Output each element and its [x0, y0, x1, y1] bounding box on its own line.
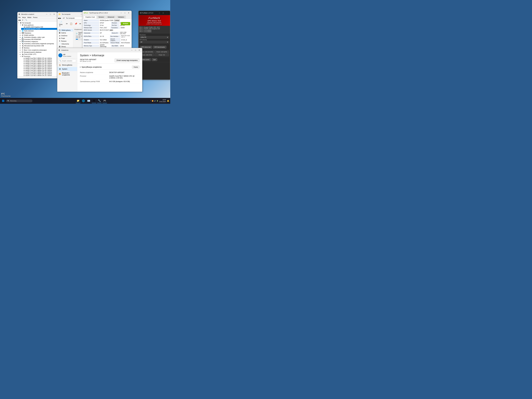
tree-cpu-1[interactable]: ⚙ Intel(R) Core(TM) i7-8850H CPU @ 2.60G… — [21, 59, 57, 61]
tree-storage[interactable]: ▶ 💾 Kontrolery magazynu — [19, 40, 57, 43]
tree-mouse[interactable]: ▶ 🖱 Mysz i inne urządzenia wskazujące — [19, 49, 57, 51]
tab-sensors[interactable]: Sensors — [97, 16, 106, 19]
tree-quadro-p1000[interactable]: 🖥 NVIDIA Quadro P1000 — [21, 28, 57, 30]
cut-icon[interactable]: ✂ — [65, 22, 68, 25]
sysinfo-close[interactable]: ✕ — [137, 49, 141, 51]
menu-file[interactable]: Plik — [18, 17, 21, 18]
furmark-aa-control[interactable]: Off ▼ — [139, 41, 169, 43]
tree-keyboards[interactable]: ▶ ⌨ Klawiatury — [19, 32, 57, 34]
tree-display-adapters[interactable]: ▼ 🖥 Karty graficzne — [19, 24, 57, 26]
taskbar-app-settings[interactable]: 🔧 — [97, 98, 102, 103]
taskbar-time-date[interactable]: 10:59 23.02.2024 — [159, 99, 166, 103]
tab-validation[interactable]: Validation — [116, 16, 126, 19]
preset-720[interactable]: Preset: 720 — [155, 54, 169, 56]
minimize-button[interactable]: ─ — [45, 13, 49, 16]
sidebar-downloads[interactable]: ⬇ Pobrane — [57, 40, 73, 42]
tray-sound-icon[interactable]: 🔊 — [154, 100, 156, 101]
sidebar-onedrive[interactable]: ☁ OneDrive — [57, 34, 73, 37]
tree-item-computer[interactable]: ▼ 🖥 Ten komputer — [17, 22, 57, 24]
tree-usb[interactable]: ▶ 🔌 Kontrolery uniwersalnej magistrali s… — [19, 43, 57, 45]
properties-icon[interactable]: 🔧 — [25, 19, 27, 21]
sidebar-home[interactable]: 🏠 Widok główny — [57, 29, 73, 32]
refresh-icon[interactable]: ↺ — [63, 17, 64, 19]
tray-wifi-icon[interactable]: 📶 — [152, 100, 153, 101]
tree-processors[interactable]: ▼ ⚙ Procesory — [19, 55, 57, 57]
tab-graphics-card[interactable]: Graphics Card — [84, 16, 96, 19]
gpuz-close[interactable]: ✕ — [127, 12, 130, 14]
tree-cpu-8[interactable]: ⚙ Intel(R) Core(TM) i7-8850H CPU @ 2.60G… — [21, 71, 57, 73]
tree-network[interactable]: ▶ 🌐 Karty sieciowe — [19, 30, 57, 32]
tree-ports[interactable]: ▶ 🔌 Porty (COM i LPT) — [19, 53, 57, 55]
close-button[interactable]: ✕ — [52, 13, 56, 16]
preset-qhd[interactable]: Preset: 1440 (QHD) — [155, 51, 169, 53]
settings-nav-bluetooth[interactable]: 📶 Bluetooth i urządzenia — [57, 71, 77, 77]
tree-print-queues[interactable]: ▶ 🖨 Kolejki wydruku — [19, 34, 57, 36]
up-icon[interactable]: ↑ — [62, 17, 63, 19]
tray-chevron-icon[interactable]: ^ — [150, 100, 151, 101]
tree-ide[interactable]: ▶ 💾 Kontrolery IDE ATA/ATAPI — [19, 38, 57, 40]
maximize-button[interactable]: □ — [49, 13, 52, 16]
taskbar-search[interactable]: 🔍 Wyszukaj — [6, 100, 32, 102]
settings-nav-home[interactable]: 🏠 Strona główna — [57, 63, 77, 67]
tab-advanced[interactable]: Advanced — [106, 16, 116, 19]
tree-firmware[interactable]: ▶ ⚙ Oprogramowanie układowe — [19, 51, 57, 53]
quit-button[interactable]: Quit — [152, 58, 157, 61]
back-icon[interactable]: ◀ — [18, 19, 19, 21]
copy-icon[interactable]: 📋 — [69, 22, 73, 25]
taskbar-app-devmgr[interactable]: ⚙ — [92, 98, 96, 103]
notification-icon[interactable]: 🔔 — [167, 100, 169, 102]
tree-cpu-2[interactable]: ⚙ Intel(R) Core(TM) i7-8850H CPU @ 2.60G… — [21, 61, 57, 63]
new-icon: 📄 — [60, 21, 62, 23]
tree-cpu-10[interactable]: ⚙ Intel(R) Core(TM) i7-8850H CPU @ 2.60G… — [21, 75, 57, 76]
taskbar-app-edge[interactable]: 🌐 — [81, 98, 86, 103]
sidebar-documents[interactable]: 📄 Dokumenty — [57, 42, 73, 45]
taskbar-app-explorer[interactable]: 📁 — [76, 98, 81, 103]
furmark-minimize[interactable]: ─ — [158, 12, 161, 14]
tree-cpu-9[interactable]: ⚙ Intel(R) Core(TM) i7-8850H CPU @ 2.60G… — [21, 73, 57, 75]
furmark-benchmark-button[interactable]: GPU benchmarks — [153, 46, 166, 49]
new-button[interactable]: 📄 Nowy ▼ — [58, 20, 63, 27]
furmark-close[interactable]: ✕ — [165, 12, 169, 14]
rename-computer-button[interactable]: Zmień nazwę tego komputera — [114, 58, 139, 62]
sidebar-images[interactable]: 🖼 Obrazy — [57, 45, 73, 48]
tree-cpu-7[interactable]: ⚙ Intel(R) Core(TM) i7-8850H CPU @ 2.60G… — [21, 70, 57, 71]
show-desktop-button[interactable] — [169, 92, 170, 98]
tree-cpu-4[interactable]: ⚙ Intel(R) Core(TM) i7-8850H CPU @ 2.60G… — [21, 64, 57, 66]
tree-usb-mgr[interactable]: ▶ 🔌 Menedżerowie łączników USB — [19, 45, 57, 47]
copy-specs-button[interactable]: Kopiuj — [132, 66, 139, 69]
gpuz-minimize[interactable]: ─ — [119, 12, 123, 14]
lookup-button[interactable]: Lookup — [114, 19, 120, 21]
tree-cpu-6[interactable]: ⚙ Intel(R) Core(TM) i7-8850H CPU @ 2.60G… — [21, 68, 57, 70]
tree-uhd-630[interactable]: 🖥 Intel(R) UHD Graphics 630 — [21, 26, 57, 28]
taskbar-app-gpuz[interactable]: 🎮 — [102, 98, 107, 103]
paste-icon[interactable]: 📌 — [74, 22, 78, 25]
menu-view[interactable]: Widok — [27, 17, 32, 18]
tray-battery-icon[interactable]: 🔋 — [157, 100, 158, 101]
documents-icon: 📄 — [59, 43, 61, 45]
sysinfo-minimize[interactable]: ─ — [130, 49, 134, 51]
furmark-maximize[interactable]: □ — [161, 12, 165, 14]
tree-monitors[interactable]: ▶ 🖥 Monitory — [19, 47, 57, 49]
back-icon[interactable]: ◀ — [58, 17, 59, 19]
taskbar-app-mail[interactable]: 📧 — [86, 98, 91, 103]
refresh-icon[interactable]: ↺ — [22, 19, 23, 21]
start-button[interactable] — [1, 99, 5, 103]
onedrive-icon: ☁ — [59, 35, 60, 37]
settings-nav-system[interactable]: 💻 System — [57, 67, 77, 71]
sidebar-desktop[interactable]: 🖥 Pulpit — [57, 37, 73, 40]
forward-icon[interactable]: ▶ — [20, 19, 21, 21]
furmark-resolution-control[interactable]: 1280x725 ▼ — [139, 36, 169, 38]
menu-action[interactable]: Akcja — [22, 17, 26, 18]
menu-help[interactable]: Pomoc — [33, 17, 38, 18]
tree-cpu-0[interactable]: ⚙ Intel(R) Core(TM) i7-8850H CPU @ 2.60G… — [21, 57, 57, 59]
settings-search-area[interactable]: 🔍 — [57, 58, 77, 63]
tree-cpu-3[interactable]: ⚙ Intel(R) Core(TM) i7-8850H CPU @ 2.60G… — [21, 63, 57, 64]
sidebar-gallery[interactable]: 🖼 Galeria — [57, 32, 73, 34]
rename-icon[interactable]: ✏ — [79, 22, 82, 25]
gpuz-maximize[interactable]: □ — [123, 12, 127, 14]
settings-search-input[interactable] — [62, 60, 72, 62]
forward-icon[interactable]: ▶ — [60, 17, 61, 19]
tree-cpu-5[interactable]: ⚙ Intel(R) Core(TM) i7-8850H CPU @ 2.60G… — [21, 66, 57, 68]
tree-sound[interactable]: ▶ 🔊 Kontrolery dźwięku, wideo i gier — [19, 36, 57, 38]
sysinfo-maximize[interactable]: □ — [134, 49, 137, 51]
